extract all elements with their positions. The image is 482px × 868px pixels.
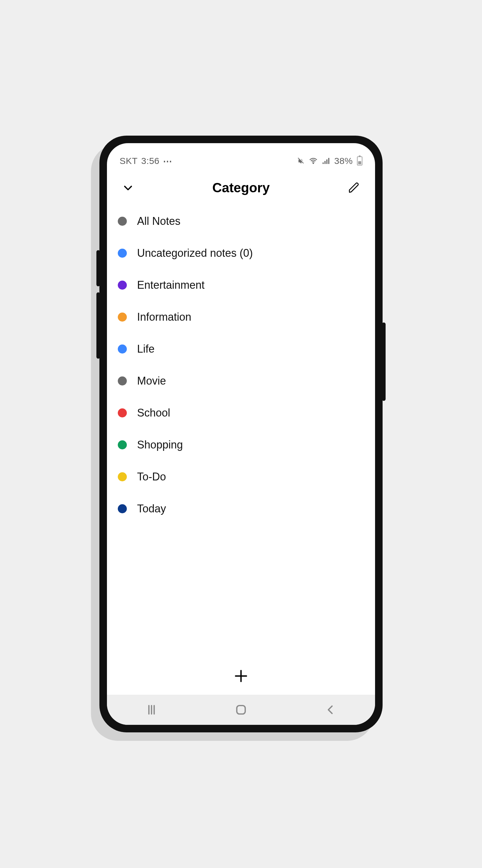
- category-color-dot: [118, 472, 127, 481]
- category-label: To-Do: [137, 470, 166, 483]
- category-color-dot: [118, 440, 127, 450]
- category-label: Shopping: [137, 438, 183, 451]
- battery-percentage: 38%: [334, 156, 353, 166]
- category-color-dot: [118, 376, 127, 385]
- carrier-label: SKT: [120, 156, 138, 166]
- category-color-dot: [118, 249, 127, 258]
- category-label: School: [137, 407, 170, 419]
- battery-icon: [357, 156, 362, 165]
- category-label: Life: [137, 343, 155, 355]
- category-color-dot: [118, 344, 127, 353]
- add-category-button[interactable]: [231, 666, 251, 686]
- svg-rect-0: [237, 706, 245, 714]
- app-header: Category: [107, 170, 375, 202]
- category-label: Information: [137, 311, 191, 323]
- category-label: All Notes: [137, 215, 181, 227]
- wifi-icon: [309, 156, 318, 165]
- category-color-dot: [118, 281, 127, 290]
- phone-frame: SKT 3:56 ⋯ 38%: [99, 135, 383, 733]
- category-item[interactable]: Movie: [114, 365, 368, 397]
- screen: SKT 3:56 ⋯ 38%: [107, 143, 375, 725]
- status-bar: SKT 3:56 ⋯ 38%: [107, 143, 375, 170]
- category-item[interactable]: School: [114, 397, 368, 429]
- category-item[interactable]: Life: [114, 333, 368, 365]
- category-item[interactable]: Information: [114, 301, 368, 333]
- category-list: All NotesUncategorized notes (0)Entertai…: [107, 202, 375, 660]
- category-item[interactable]: To-Do: [114, 461, 368, 493]
- category-color-dot: [118, 217, 127, 226]
- collapse-button[interactable]: [120, 179, 136, 196]
- signal-icon: [321, 156, 330, 165]
- page-title: Category: [136, 180, 346, 195]
- category-item[interactable]: Today: [114, 493, 368, 525]
- mute-icon: [297, 157, 305, 165]
- nav-home-button[interactable]: [223, 695, 259, 725]
- category-item[interactable]: All Notes: [114, 205, 368, 237]
- nav-back-button[interactable]: [312, 695, 349, 725]
- add-area: [107, 660, 375, 695]
- category-color-dot: [118, 408, 127, 417]
- category-label: Entertainment: [137, 279, 204, 291]
- category-item[interactable]: Entertainment: [114, 269, 368, 301]
- clock-label: 3:56: [141, 156, 159, 166]
- edit-button[interactable]: [346, 179, 362, 196]
- category-item[interactable]: Uncategorized notes (0): [114, 237, 368, 269]
- category-item[interactable]: Shopping: [114, 429, 368, 461]
- category-color-dot: [118, 313, 127, 321]
- category-color-dot: [118, 504, 127, 513]
- status-more-icon: ⋯: [163, 156, 172, 166]
- category-label: Movie: [137, 375, 166, 387]
- category-label: Today: [137, 502, 166, 515]
- system-nav-bar: [107, 695, 375, 725]
- category-label: Uncategorized notes (0): [137, 247, 253, 259]
- nav-recents-button[interactable]: [133, 695, 170, 725]
